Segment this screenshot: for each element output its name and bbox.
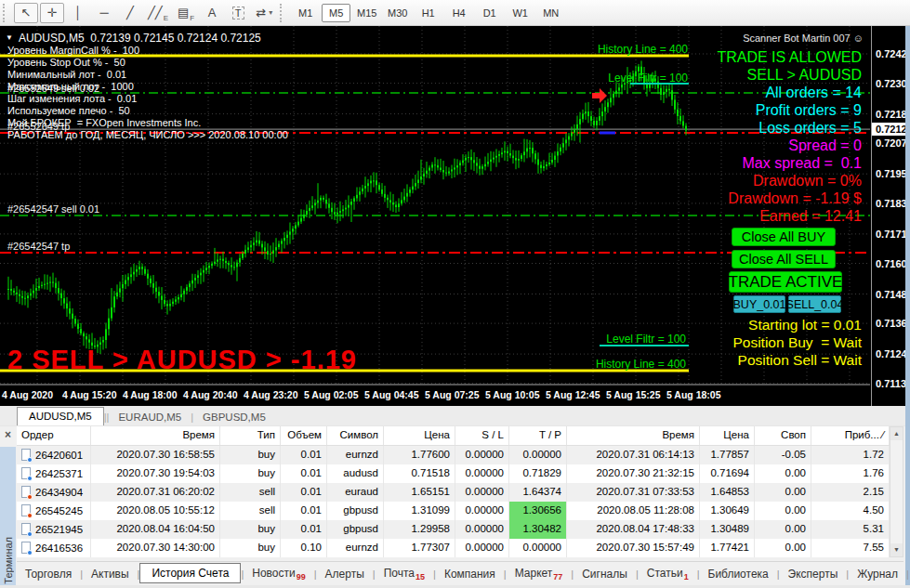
text-icon[interactable]: A bbox=[200, 3, 224, 23]
symbol-info-line: Используемое плечо - 50 bbox=[7, 105, 130, 116]
close-all-buy-button[interactable]: Close All BUY bbox=[732, 228, 836, 246]
vertical-line-icon[interactable]: │ bbox=[66, 3, 90, 23]
table-cell: 1.30482 bbox=[509, 520, 567, 539]
timeframe-w1-button[interactable]: W1 bbox=[506, 4, 534, 22]
table-cell: 0.00 bbox=[755, 539, 811, 557]
symbol-info-line: Минимальный лот - 0.01 bbox=[7, 69, 126, 80]
crosshair-icon[interactable]: ✛ bbox=[40, 3, 64, 23]
tab-count-badge: 99 bbox=[297, 572, 306, 581]
table-cell: 0.71829 bbox=[509, 464, 567, 483]
cursor-icon[interactable]: ↖ bbox=[14, 3, 38, 23]
history-line-label: History Line = 400 bbox=[598, 43, 688, 56]
table-row[interactable]: 264253712020.07.30 19:54:03buy0.01audusd… bbox=[17, 464, 890, 483]
terminal-tab-журнал[interactable]: Журнал bbox=[849, 564, 906, 584]
chart-tab-audusd-m5[interactable]: AUDUSD,M5 bbox=[17, 407, 104, 425]
chart-tab-gbpusd-m5[interactable]: GBPUSD,M5 bbox=[193, 409, 275, 425]
sell-lot-button[interactable]: SELL_0.04 bbox=[788, 295, 841, 313]
position-status-line: Starting lot = 0.01 bbox=[748, 317, 862, 333]
column-header[interactable]: Ордер bbox=[17, 426, 91, 445]
trendline-icon[interactable]: ╱ bbox=[118, 3, 142, 23]
timeframe-d1-button[interactable]: D1 bbox=[475, 4, 504, 22]
table-cell: 0.00 bbox=[755, 483, 811, 502]
terminal-tab-статьи[interactable]: Статьи1 bbox=[639, 563, 697, 585]
toolbar-grip[interactable] bbox=[280, 4, 284, 22]
column-header[interactable]: Приб... ∕ bbox=[811, 426, 890, 445]
table-row[interactable]: 264206012020.07.30 16:58:55buy0.01eurnzd… bbox=[17, 446, 890, 464]
timeframe-m30-button[interactable]: M30 bbox=[383, 4, 412, 22]
column-header[interactable]: Время bbox=[567, 426, 700, 445]
level-filter-label: Level Filtr = 100 bbox=[606, 333, 686, 346]
chart-menu-arrow-icon[interactable]: ▼ bbox=[6, 33, 13, 42]
terminal-side-label: Терминал bbox=[3, 537, 14, 584]
fibonacci-icon[interactable]: ▤F bbox=[174, 3, 198, 23]
column-header[interactable]: Своп bbox=[755, 426, 811, 445]
table-scrollbar[interactable]: ▲ ▼ bbox=[890, 426, 903, 557]
orders-table-body: 264206012020.07.30 16:58:55buy0.01eurnzd… bbox=[17, 446, 890, 557]
terminal-tab-библиотека[interactable]: Библиотека bbox=[700, 564, 777, 584]
table-cell: 0.00 bbox=[755, 502, 811, 520]
terminal-tab-активы[interactable]: Активы bbox=[83, 564, 138, 584]
time-tick-label: 5 Aug 07:25 bbox=[425, 389, 480, 400]
terminal-panel: AUDUSD,M5||EURAUD,M5|GBPUSD,M5 × Термина… bbox=[0, 406, 905, 588]
time-tick-label: 4 Aug 18:00 bbox=[123, 389, 178, 400]
close-all-sell-button[interactable]: Close All SELL bbox=[732, 250, 836, 268]
column-header[interactable]: T / P bbox=[509, 426, 567, 445]
terminal-close-button[interactable]: × bbox=[0, 428, 16, 445]
table-cell: 0.01 bbox=[281, 520, 327, 539]
arrows-icon[interactable]: ⇄▾ bbox=[252, 3, 276, 23]
window-right-edge bbox=[905, 26, 910, 585]
terminal-tab-история-счета[interactable]: История Счета bbox=[139, 563, 241, 583]
terminal-tab-сигналы[interactable]: Сигналы bbox=[574, 564, 636, 584]
terminal-tab-эксперты[interactable]: Эксперты bbox=[780, 564, 847, 584]
table-row[interactable]: 265219452020.08.04 16:04:50buy0.01gbpusd… bbox=[17, 520, 890, 539]
timeframe-h4-button[interactable]: H4 bbox=[444, 4, 473, 22]
table-cell: 2020.08.04 17:48:33 bbox=[567, 520, 700, 539]
table-cell: 0.10 bbox=[281, 539, 327, 557]
terminal-tab-новости[interactable]: Новости99 bbox=[244, 563, 313, 585]
horizontal-line-icon[interactable]: ─ bbox=[92, 3, 116, 23]
timeframe-mn-button[interactable]: MN bbox=[536, 4, 565, 22]
buy-lot-button[interactable]: BUY_0.01 bbox=[733, 295, 785, 313]
column-header[interactable]: Цена bbox=[384, 426, 455, 445]
table-row[interactable]: 264165362020.07.30 14:30:00buy0.10eurnzd… bbox=[17, 539, 890, 557]
tab-separator: | bbox=[906, 568, 909, 580]
scroll-up-icon[interactable]: ▲ bbox=[890, 427, 903, 440]
current-price-label: 0.72125 bbox=[872, 123, 906, 136]
column-header[interactable]: Время bbox=[91, 426, 220, 445]
bot-status-line: Spread = 0 bbox=[788, 137, 862, 154]
timeframe-m1-button[interactable]: M1 bbox=[291, 4, 320, 22]
table-cell: gbpusd bbox=[327, 520, 384, 539]
terminal-tab-торговля[interactable]: Торговля bbox=[17, 564, 80, 584]
terminal-tab-алерты[interactable]: Алерты bbox=[317, 564, 373, 584]
table-cell: 2020.07.31 07:33:53 bbox=[567, 483, 700, 502]
text-label-icon[interactable]: T bbox=[226, 3, 250, 23]
bot-status-line: Drawdown = -1.19 $ bbox=[728, 189, 862, 207]
timeframe-h1-button[interactable]: H1 bbox=[414, 4, 442, 22]
terminal-tab-компания[interactable]: Компания bbox=[436, 564, 504, 584]
table-row[interactable]: 264349042020.07.31 06:20:02sell0.01eurau… bbox=[17, 483, 890, 502]
symbol-info-line: Уровень MarginCall % - 100 bbox=[7, 45, 139, 56]
column-header[interactable]: Символ bbox=[327, 426, 384, 445]
price-axis[interactable]: 0.724200.723050.721850.720700.719500.718… bbox=[871, 26, 905, 406]
column-header[interactable]: Объем bbox=[281, 426, 327, 445]
column-header[interactable]: Цена bbox=[700, 426, 755, 445]
toolbar-grip[interactable] bbox=[3, 4, 7, 22]
table-cell: 2020.08.04 16:04:50 bbox=[91, 520, 220, 539]
timeframe-m5-button[interactable]: M5 bbox=[322, 4, 350, 22]
column-header[interactable]: S / L bbox=[455, 426, 509, 445]
terminal-tab-почта[interactable]: Почта15 bbox=[376, 563, 433, 585]
timeframe-group: M1M5M15M30H1H4D1W1MN bbox=[290, 4, 566, 22]
table-cell: 1.31099 bbox=[384, 502, 455, 520]
column-header[interactable]: Тип bbox=[220, 426, 281, 445]
equidistant-channel-icon[interactable]: ╱╱E bbox=[144, 3, 172, 23]
terminal-tab-bar: Торговля|Активы|История Счета|Новости99|… bbox=[17, 561, 903, 585]
chart-tab-euraud-m5[interactable]: EURAUD,M5 bbox=[109, 409, 191, 425]
table-cell: 1.64374 bbox=[509, 483, 567, 502]
timeframe-m15-button[interactable]: M15 bbox=[352, 4, 381, 22]
terminal-tab-маркет[interactable]: Маркет77 bbox=[507, 563, 572, 585]
table-row[interactable]: 265452452020.08.05 10:55:12sell0.01gbpus… bbox=[17, 502, 890, 520]
table-cell: sell bbox=[220, 502, 281, 520]
scroll-down-icon[interactable]: ▼ bbox=[890, 543, 903, 556]
buy-order-icon bbox=[21, 523, 31, 535]
trade-active-button[interactable]: TRADE ACTIVE bbox=[729, 271, 842, 293]
